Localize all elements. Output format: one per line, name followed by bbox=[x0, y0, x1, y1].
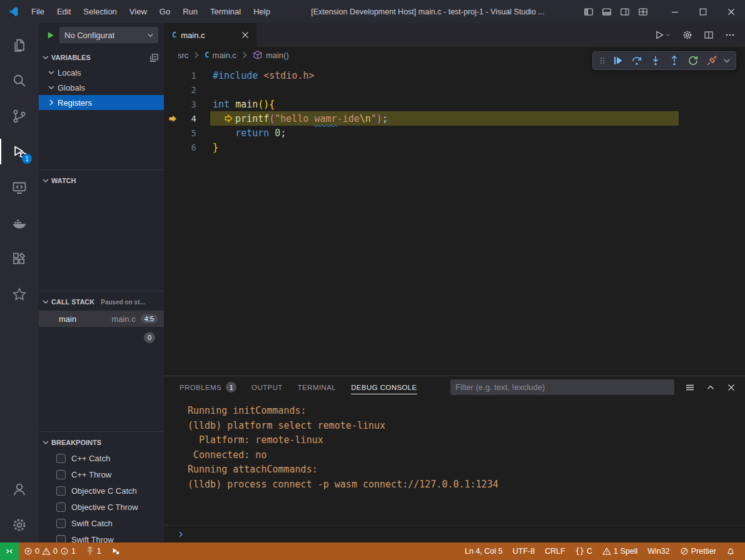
platform-indicator[interactable]: Win32 bbox=[642, 542, 674, 560]
panel-tab-terminal[interactable]: TERMINAL bbox=[298, 376, 336, 398]
formatter-status[interactable]: Prettier bbox=[675, 542, 721, 560]
code-line-3[interactable]: 3int main(){ bbox=[164, 97, 745, 111]
accounts-button[interactable] bbox=[0, 471, 39, 507]
step-into-button[interactable] bbox=[647, 52, 664, 69]
toggle-secondary-sidebar-button[interactable] bbox=[616, 0, 634, 23]
breakpoint-item[interactable]: Swift Catch bbox=[39, 515, 164, 531]
language-mode[interactable]: {} C bbox=[570, 542, 597, 560]
variables-item-globals[interactable]: Globals bbox=[39, 80, 164, 95]
code-line-6[interactable]: 6} bbox=[164, 140, 745, 154]
chevron-down-icon[interactable] bbox=[722, 56, 732, 66]
breakpoint-checkbox[interactable] bbox=[56, 486, 66, 496]
stack-frame-row[interactable]: main main.c 4:5 bbox=[39, 311, 164, 327]
panel-tab-debug-console[interactable]: DEBUG CONSOLE bbox=[351, 376, 417, 398]
close-panel-icon[interactable] bbox=[726, 382, 736, 392]
settings-button[interactable] bbox=[0, 507, 39, 542]
sidebar-item-favorites[interactable] bbox=[0, 276, 39, 312]
tab-close-icon[interactable] bbox=[240, 30, 250, 40]
sidebar-item-remote-explorer[interactable] bbox=[0, 169, 39, 205]
maximize-button[interactable] bbox=[689, 0, 717, 23]
console-input-row[interactable] bbox=[164, 525, 745, 542]
line-number: 6 bbox=[181, 142, 196, 152]
sidebar-item-docker[interactable] bbox=[0, 205, 39, 241]
tab-main-c[interactable]: C main.c bbox=[164, 23, 256, 47]
toggle-primary-sidebar-button[interactable] bbox=[579, 0, 597, 23]
notifications-button[interactable] bbox=[721, 542, 740, 560]
extensions-icon bbox=[12, 251, 27, 266]
breakpoint-checkbox[interactable] bbox=[56, 470, 66, 479]
menu-help[interactable]: Help bbox=[247, 0, 276, 23]
code-line-1[interactable]: 1#include <stdio.h> bbox=[164, 68, 745, 82]
panel-menu-icon[interactable] bbox=[685, 382, 695, 392]
sidebar-item-source-control[interactable] bbox=[0, 98, 39, 134]
menu-run[interactable]: Run bbox=[176, 0, 204, 23]
c-file-icon: C bbox=[205, 51, 209, 59]
continue-button[interactable] bbox=[610, 52, 626, 69]
customize-layout-button[interactable] bbox=[634, 0, 652, 23]
console-filter-input[interactable] bbox=[450, 379, 674, 395]
disconnect-button[interactable] bbox=[704, 52, 720, 69]
code-line-2[interactable]: 2 bbox=[164, 82, 745, 97]
breadcrumb-file[interactable]: main.c bbox=[213, 51, 236, 60]
sidebar-item-run-and-debug[interactable]: 1 bbox=[0, 134, 39, 169]
cursor-position[interactable]: Ln 4, Col 5 bbox=[460, 542, 507, 560]
frame-file: main.c bbox=[111, 314, 135, 324]
breakpoint-item[interactable]: C++ Catch bbox=[39, 450, 164, 466]
menu-view[interactable]: View bbox=[123, 0, 153, 23]
close-window-button[interactable] bbox=[717, 0, 745, 23]
code-editor[interactable]: 1#include <stdio.h>23int main(){4 printf… bbox=[164, 63, 745, 376]
eol-indicator[interactable]: CRLF bbox=[540, 542, 570, 560]
spell-checker-status[interactable]: 1 Spell bbox=[597, 542, 642, 560]
breakpoint-checkbox[interactable] bbox=[56, 519, 66, 528]
console-output[interactable]: Running initCommands:(lldb) platform sel… bbox=[164, 398, 745, 525]
debug-config-dropdown[interactable]: No Configurat bbox=[59, 27, 158, 43]
panel-tab-problems[interactable]: PROBLEMS1 bbox=[180, 376, 236, 398]
split-editor-button[interactable] bbox=[704, 30, 714, 40]
collapse-all-button[interactable] bbox=[150, 53, 159, 62]
breakpoint-item[interactable]: Objective C Catch bbox=[39, 482, 164, 499]
toolbar-drag-handle-icon[interactable] bbox=[597, 56, 608, 65]
encoding-indicator[interactable]: UTF-8 bbox=[507, 542, 539, 560]
code-line-4[interactable]: 4 printf("hello wamr-ide\n"); bbox=[164, 111, 745, 126]
breakpoint-checkbox[interactable] bbox=[56, 502, 66, 512]
step-out-button[interactable] bbox=[666, 52, 682, 69]
breakpoint-checkbox[interactable] bbox=[56, 535, 66, 543]
sidebar-item-explorer[interactable] bbox=[0, 27, 39, 62]
debug-session-status[interactable] bbox=[106, 542, 125, 560]
sidebar-item-extensions[interactable] bbox=[0, 241, 39, 276]
more-actions-button[interactable] bbox=[725, 30, 735, 40]
breakpoint-checkbox[interactable] bbox=[56, 454, 66, 463]
menu-go[interactable]: Go bbox=[153, 0, 176, 23]
panel-tab-output[interactable]: OUTPUT bbox=[251, 376, 283, 398]
menu-edit[interactable]: Edit bbox=[51, 0, 77, 23]
menu-terminal[interactable]: Terminal bbox=[204, 0, 247, 23]
variables-item-locals[interactable]: Locals bbox=[39, 65, 164, 80]
run-or-debug-button[interactable] bbox=[654, 30, 671, 40]
toggle-panel-button[interactable] bbox=[597, 0, 616, 23]
breadcrumb-folder[interactable]: src bbox=[178, 51, 188, 60]
restart-button[interactable] bbox=[685, 52, 701, 69]
breadcrumb-symbol[interactable]: main() bbox=[266, 51, 289, 60]
breakpoint-item[interactable]: Swift Throw bbox=[39, 531, 164, 542]
call-stack-header[interactable]: CALL STACK Paused on st... bbox=[39, 294, 164, 309]
minimize-button[interactable] bbox=[661, 0, 689, 23]
variables-item-registers[interactable]: Registers bbox=[39, 95, 164, 110]
breakpoint-item[interactable]: Objective C Throw bbox=[39, 499, 164, 515]
step-over-button[interactable] bbox=[629, 52, 645, 69]
ports-status[interactable]: 1 bbox=[81, 542, 106, 560]
menu-file[interactable]: File bbox=[25, 0, 51, 23]
current-line-arrow-icon[interactable] bbox=[164, 114, 181, 124]
variables-header[interactable]: VARIABLES bbox=[39, 50, 164, 65]
problems-status[interactable]: 0 0 1 bbox=[19, 542, 81, 560]
menu-selection[interactable]: Selection bbox=[77, 0, 123, 23]
settings-gear-button[interactable] bbox=[682, 30, 692, 40]
maximize-panel-icon[interactable] bbox=[706, 382, 716, 392]
breakpoints-header[interactable]: BREAKPOINTS bbox=[39, 435, 164, 450]
remote-indicator[interactable] bbox=[0, 542, 19, 560]
braces-icon: {} bbox=[575, 547, 584, 556]
code-line-5[interactable]: 5 return 0; bbox=[164, 126, 745, 140]
start-debug-button[interactable] bbox=[46, 31, 55, 40]
sidebar-item-search[interactable] bbox=[0, 62, 39, 98]
breakpoint-item[interactable]: C++ Throw bbox=[39, 466, 164, 482]
watch-header[interactable]: WATCH bbox=[39, 173, 164, 188]
